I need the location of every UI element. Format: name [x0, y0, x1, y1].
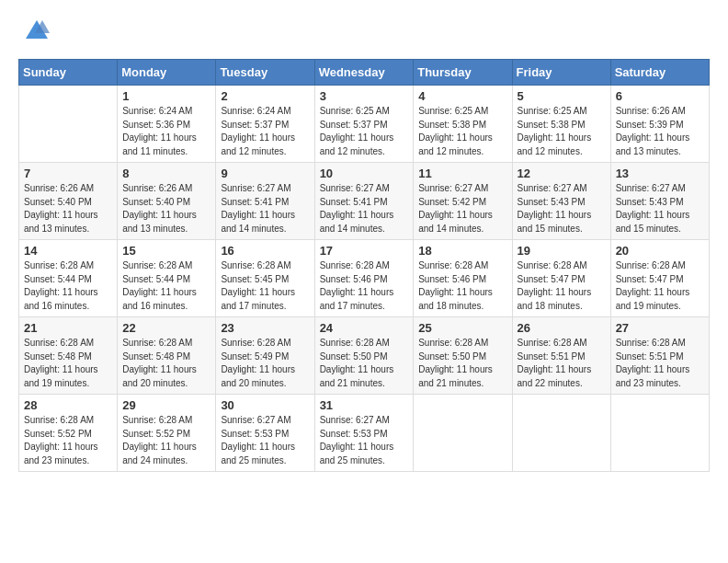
calendar-table: SundayMondayTuesdayWednesdayThursdayFrid…: [18, 59, 710, 472]
day-number: 27: [616, 321, 704, 335]
cell-details: Sunrise: 6:28 AMSunset: 5:47 PMDaylight:…: [518, 259, 606, 313]
calendar-cell: 25Sunrise: 6:28 AMSunset: 5:50 PMDayligh…: [414, 317, 512, 395]
calendar-cell: 28Sunrise: 6:28 AMSunset: 5:52 PMDayligh…: [19, 395, 118, 472]
calendar-cell: 23Sunrise: 6:28 AMSunset: 5:49 PMDayligh…: [216, 317, 314, 395]
calendar-cell: 31Sunrise: 6:27 AMSunset: 5:53 PMDayligh…: [314, 395, 414, 472]
calendar-cell: 30Sunrise: 6:27 AMSunset: 5:53 PMDayligh…: [216, 395, 314, 472]
cell-details: Sunrise: 6:25 AMSunset: 5:38 PMDaylight:…: [518, 105, 606, 158]
day-number: 18: [418, 244, 506, 258]
day-number: 19: [518, 244, 606, 258]
calendar-cell: 15Sunrise: 6:28 AMSunset: 5:44 PMDayligh…: [118, 240, 216, 317]
day-number: 15: [122, 244, 210, 258]
calendar-cell: 20Sunrise: 6:28 AMSunset: 5:47 PMDayligh…: [610, 240, 709, 317]
day-number: 28: [24, 398, 112, 412]
day-number: 5: [518, 89, 606, 103]
calendar-cell: 21Sunrise: 6:28 AMSunset: 5:48 PMDayligh…: [19, 317, 118, 395]
cell-details: Sunrise: 6:28 AMSunset: 5:52 PMDaylight:…: [24, 414, 112, 467]
calendar-cell: 17Sunrise: 6:28 AMSunset: 5:46 PMDayligh…: [314, 240, 414, 317]
cell-details: Sunrise: 6:26 AMSunset: 5:40 PMDaylight:…: [122, 182, 210, 236]
day-of-week-header: Wednesday: [314, 60, 414, 86]
cell-details: Sunrise: 6:24 AMSunset: 5:37 PMDaylight:…: [221, 105, 309, 158]
calendar-cell: 7Sunrise: 6:26 AMSunset: 5:40 PMDaylight…: [19, 163, 118, 240]
cell-details: Sunrise: 6:28 AMSunset: 5:51 PMDaylight:…: [616, 337, 704, 390]
day-of-week-header: Monday: [118, 60, 216, 86]
cell-details: Sunrise: 6:28 AMSunset: 5:46 PMDaylight:…: [418, 259, 506, 313]
day-number: 16: [221, 244, 309, 258]
calendar-cell: 1Sunrise: 6:24 AMSunset: 5:36 PMDaylight…: [118, 86, 216, 163]
cell-details: Sunrise: 6:28 AMSunset: 5:50 PMDaylight:…: [320, 337, 409, 390]
day-number: 21: [24, 321, 112, 335]
cell-details: Sunrise: 6:27 AMSunset: 5:43 PMDaylight:…: [518, 182, 606, 236]
calendar-header-row: SundayMondayTuesdayWednesdayThursdayFrid…: [19, 60, 710, 86]
calendar-cell: 6Sunrise: 6:26 AMSunset: 5:39 PMDaylight…: [610, 86, 709, 163]
calendar-cell: [414, 395, 512, 472]
day-number: 24: [320, 321, 409, 335]
day-number: 7: [24, 167, 112, 180]
cell-details: Sunrise: 6:28 AMSunset: 5:44 PMDaylight:…: [122, 259, 210, 313]
day-number: 30: [221, 398, 309, 412]
calendar-cell: 13Sunrise: 6:27 AMSunset: 5:43 PMDayligh…: [610, 163, 709, 240]
logo-icon: [24, 18, 50, 44]
cell-details: Sunrise: 6:26 AMSunset: 5:40 PMDaylight:…: [24, 182, 112, 236]
calendar-cell: 22Sunrise: 6:28 AMSunset: 5:48 PMDayligh…: [118, 317, 216, 395]
calendar-cell: 8Sunrise: 6:26 AMSunset: 5:40 PMDaylight…: [118, 163, 216, 240]
calendar-cell: 11Sunrise: 6:27 AMSunset: 5:42 PMDayligh…: [414, 163, 512, 240]
cell-details: Sunrise: 6:28 AMSunset: 5:44 PMDaylight:…: [24, 259, 112, 313]
calendar-week-row: 28Sunrise: 6:28 AMSunset: 5:52 PMDayligh…: [19, 395, 710, 472]
cell-details: Sunrise: 6:27 AMSunset: 5:53 PMDaylight:…: [221, 414, 309, 467]
cell-details: Sunrise: 6:27 AMSunset: 5:41 PMDaylight:…: [221, 182, 309, 236]
day-of-week-header: Friday: [512, 60, 610, 86]
day-number: 10: [320, 167, 409, 180]
cell-details: Sunrise: 6:28 AMSunset: 5:47 PMDaylight:…: [616, 259, 704, 313]
day-of-week-header: Sunday: [19, 60, 118, 86]
cell-details: Sunrise: 6:28 AMSunset: 5:52 PMDaylight:…: [122, 414, 210, 467]
calendar-cell: 26Sunrise: 6:28 AMSunset: 5:51 PMDayligh…: [512, 317, 610, 395]
calendar-cell: 5Sunrise: 6:25 AMSunset: 5:38 PMDaylight…: [512, 86, 610, 163]
logo: [18, 18, 53, 44]
day-of-week-header: Thursday: [414, 60, 512, 86]
cell-details: Sunrise: 6:26 AMSunset: 5:39 PMDaylight:…: [616, 105, 704, 158]
calendar-cell: 9Sunrise: 6:27 AMSunset: 5:41 PMDaylight…: [216, 163, 314, 240]
calendar-cell: 18Sunrise: 6:28 AMSunset: 5:46 PMDayligh…: [414, 240, 512, 317]
cell-details: Sunrise: 6:27 AMSunset: 5:53 PMDaylight:…: [320, 414, 409, 467]
day-number: 2: [221, 89, 309, 103]
calendar-cell: 2Sunrise: 6:24 AMSunset: 5:37 PMDaylight…: [216, 86, 314, 163]
calendar-cell: [19, 86, 118, 163]
cell-details: Sunrise: 6:27 AMSunset: 5:43 PMDaylight:…: [616, 182, 704, 236]
calendar-cell: 12Sunrise: 6:27 AMSunset: 5:43 PMDayligh…: [512, 163, 610, 240]
calendar-cell: 27Sunrise: 6:28 AMSunset: 5:51 PMDayligh…: [610, 317, 709, 395]
day-number: 20: [616, 244, 704, 258]
page-header: [18, 18, 710, 44]
calendar-cell: 3Sunrise: 6:25 AMSunset: 5:37 PMDaylight…: [314, 86, 414, 163]
cell-details: Sunrise: 6:28 AMSunset: 5:48 PMDaylight:…: [122, 337, 210, 390]
day-number: 9: [221, 167, 309, 180]
calendar-cell: [512, 395, 610, 472]
calendar-cell: 19Sunrise: 6:28 AMSunset: 5:47 PMDayligh…: [512, 240, 610, 317]
day-number: 22: [122, 321, 210, 335]
calendar-cell: 16Sunrise: 6:28 AMSunset: 5:45 PMDayligh…: [216, 240, 314, 317]
cell-details: Sunrise: 6:27 AMSunset: 5:41 PMDaylight:…: [320, 182, 409, 236]
day-of-week-header: Saturday: [610, 60, 709, 86]
calendar-cell: 14Sunrise: 6:28 AMSunset: 5:44 PMDayligh…: [19, 240, 118, 317]
day-number: 23: [221, 321, 309, 335]
calendar-week-row: 14Sunrise: 6:28 AMSunset: 5:44 PMDayligh…: [19, 240, 710, 317]
calendar-cell: 10Sunrise: 6:27 AMSunset: 5:41 PMDayligh…: [314, 163, 414, 240]
calendar-week-row: 21Sunrise: 6:28 AMSunset: 5:48 PMDayligh…: [19, 317, 710, 395]
calendar-cell: [610, 395, 709, 472]
cell-details: Sunrise: 6:28 AMSunset: 5:45 PMDaylight:…: [221, 259, 309, 313]
day-number: 4: [418, 89, 506, 103]
day-of-week-header: Tuesday: [216, 60, 314, 86]
calendar-cell: 24Sunrise: 6:28 AMSunset: 5:50 PMDayligh…: [314, 317, 414, 395]
day-number: 13: [616, 167, 704, 180]
day-number: 14: [24, 244, 112, 258]
cell-details: Sunrise: 6:28 AMSunset: 5:49 PMDaylight:…: [221, 337, 309, 390]
calendar-week-row: 7Sunrise: 6:26 AMSunset: 5:40 PMDaylight…: [19, 163, 710, 240]
day-number: 26: [518, 321, 606, 335]
day-number: 1: [122, 89, 210, 103]
cell-details: Sunrise: 6:28 AMSunset: 5:50 PMDaylight:…: [418, 337, 506, 390]
cell-details: Sunrise: 6:28 AMSunset: 5:51 PMDaylight:…: [518, 337, 606, 390]
cell-details: Sunrise: 6:25 AMSunset: 5:37 PMDaylight:…: [320, 105, 409, 158]
cell-details: Sunrise: 6:25 AMSunset: 5:38 PMDaylight:…: [418, 105, 506, 158]
day-number: 29: [122, 398, 210, 412]
cell-details: Sunrise: 6:28 AMSunset: 5:48 PMDaylight:…: [24, 337, 112, 390]
